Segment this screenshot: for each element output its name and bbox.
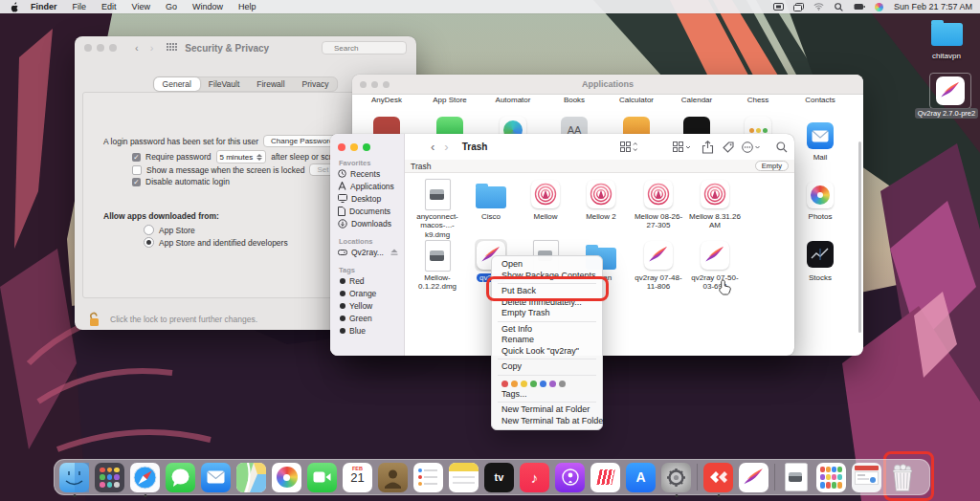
search-input[interactable] xyxy=(322,41,407,54)
forward-icon[interactable]: › xyxy=(444,140,448,154)
forward-icon[interactable]: › xyxy=(150,42,154,54)
dock-mail-icon[interactable] xyxy=(201,463,231,492)
desktop-icon-chitavpn-label[interactable]: chitavpn xyxy=(918,52,975,60)
back-icon[interactable]: ‹ xyxy=(135,42,139,54)
dock-podcasts-icon[interactable] xyxy=(555,463,585,492)
unlocked-padlock-icon[interactable] xyxy=(88,312,100,327)
tag-red[interactable] xyxy=(501,381,508,387)
file-mellow[interactable]: Mellow xyxy=(518,178,573,221)
sidebar-tag-red[interactable]: Red xyxy=(330,274,404,287)
menu-item-rename[interactable]: Rename xyxy=(492,335,602,346)
disable-auto-login-checkbox[interactable]: ✓ xyxy=(132,178,141,186)
icon-view-sort-icon[interactable] xyxy=(620,142,637,153)
menu-help[interactable]: Help xyxy=(231,2,264,11)
desktop-icon-qv2ray-label[interactable]: Qv2ray 2.7.0-pre2 xyxy=(915,108,978,119)
dock-photos-icon[interactable] xyxy=(272,463,301,492)
menu-file[interactable]: File xyxy=(65,2,95,11)
tab-general[interactable]: General xyxy=(154,77,200,91)
tag-gray[interactable] xyxy=(559,381,566,387)
dock-anydesk-icon[interactable] xyxy=(703,463,733,492)
file-mellow-am[interactable]: Mellow 8.31.26 AM xyxy=(687,178,743,230)
zoom-button[interactable] xyxy=(109,44,117,52)
sidebar-item-desktop[interactable]: Desktop xyxy=(330,192,404,205)
tab-privacy[interactable]: Privacy xyxy=(294,77,338,91)
screen-mirroring-icon[interactable] xyxy=(793,2,805,11)
file-mellow-dmg[interactable]: Mellow-0.1.22.dmg xyxy=(410,239,465,292)
app-label[interactable]: AnyDesk xyxy=(357,96,416,104)
close-button[interactable] xyxy=(84,44,92,52)
dock-disk-image-file-icon[interactable] xyxy=(781,463,811,492)
menu-item-new-terminal-tab[interactable]: New Terminal Tab at Folder xyxy=(492,416,602,427)
app-label[interactable]: Photos xyxy=(791,212,850,221)
share-icon[interactable] xyxy=(702,141,714,154)
tag-green[interactable] xyxy=(530,381,537,387)
dock-applications-stack-icon[interactable] xyxy=(816,463,846,492)
tag-yellow[interactable] xyxy=(521,381,527,387)
back-icon[interactable]: ‹ xyxy=(431,140,434,154)
tag-orange[interactable] xyxy=(511,381,518,387)
dock-reminders-icon[interactable] xyxy=(413,463,443,492)
desktop-icon-qv2ray[interactable] xyxy=(929,73,971,109)
file-cisco-folder[interactable]: Cisco xyxy=(463,178,519,221)
sidebar-tag-yellow[interactable]: Yellow xyxy=(330,299,404,312)
file-anyconnect[interactable]: anyconnect-macos-...-k9.dmg xyxy=(410,178,465,239)
dock-tv-icon[interactable]: tv xyxy=(484,463,514,492)
dock-trash-icon[interactable] xyxy=(887,463,917,492)
stocks-app-icon[interactable] xyxy=(807,241,834,268)
app-label[interactable]: Stocks xyxy=(791,273,850,282)
menu-go[interactable]: Go xyxy=(158,2,185,11)
dock-safari-icon[interactable] xyxy=(130,463,160,492)
app-label[interactable]: Contacts xyxy=(791,96,850,104)
show-all-grid-icon[interactable] xyxy=(167,43,177,54)
sidebar-item-qv2ray-volume[interactable]: Qv2ray... xyxy=(330,246,404,258)
minimize-button[interactable] xyxy=(350,143,358,151)
dock-facetime-icon[interactable] xyxy=(307,463,337,492)
file-qv2ray-0748[interactable]: qv2ray 07-48-11-806 xyxy=(631,239,686,292)
show-message-checkbox[interactable] xyxy=(132,165,142,175)
desktop-icon-chitavpn[interactable] xyxy=(931,23,963,46)
close-button[interactable] xyxy=(338,143,345,151)
menu-window[interactable]: Window xyxy=(185,2,231,11)
dock-maps-icon[interactable] xyxy=(236,463,266,492)
menu-view[interactable]: View xyxy=(124,2,158,11)
sidebar-item-downloads[interactable]: Downloads xyxy=(330,217,404,229)
zoom-button[interactable] xyxy=(363,143,370,151)
battery-icon[interactable] xyxy=(854,2,865,11)
app-label[interactable]: Chess xyxy=(728,96,788,104)
file-mellow-timestamp[interactable]: Mellow 08-26-27-305 xyxy=(631,178,686,230)
more-actions-icon[interactable] xyxy=(742,142,761,153)
menu-item-open[interactable]: Open xyxy=(492,259,602,271)
sidebar-item-documents[interactable]: Documents xyxy=(330,205,404,217)
dock-appstore-icon[interactable]: A xyxy=(626,463,656,492)
apple-menu-icon[interactable] xyxy=(10,2,19,12)
dock-news-icon[interactable] xyxy=(590,463,620,492)
file-mellow-2[interactable]: Mellow 2 xyxy=(573,178,629,221)
app-store-radio[interactable] xyxy=(144,225,154,235)
app-label[interactable]: Calculator xyxy=(607,96,666,104)
file-qv2ray-0750[interactable]: qv2ray 07-50-03-692 xyxy=(687,239,743,292)
tag-purple[interactable] xyxy=(549,381,556,387)
dock-notes-icon[interactable] xyxy=(449,463,479,492)
search-icon[interactable] xyxy=(776,142,788,153)
dock-system-preferences-icon[interactable] xyxy=(661,463,691,492)
tag-blue[interactable] xyxy=(540,381,546,387)
require-password-select[interactable]: 5 minutes xyxy=(216,150,267,163)
dock-launchpad-icon[interactable] xyxy=(95,463,124,492)
vertical-scrollbar[interactable] xyxy=(858,142,861,333)
app-label[interactable]: Automator xyxy=(483,96,543,104)
menu-edit[interactable]: Edit xyxy=(94,2,124,11)
sidebar-tag-green[interactable]: Green xyxy=(330,312,404,324)
menu-item-copy[interactable]: Copy xyxy=(492,361,602,373)
empty-trash-button[interactable]: Empty xyxy=(755,161,789,171)
group-view-icon[interactable] xyxy=(673,142,692,153)
menu-item-empty-trash[interactable]: Empty Trash xyxy=(492,308,602,319)
mail-app-icon[interactable] xyxy=(807,122,834,149)
app-label[interactable]: App Store xyxy=(420,96,479,104)
identified-developers-radio[interactable] xyxy=(144,237,154,248)
menu-item-quick-look[interactable]: Quick Look "qv2ray" xyxy=(492,346,602,358)
dock-downloads-stack-icon[interactable] xyxy=(852,463,881,492)
tab-firewall[interactable]: Firewall xyxy=(248,77,293,91)
input-source-icon[interactable] xyxy=(773,2,785,11)
dock-finder-icon[interactable] xyxy=(59,463,89,492)
dock-messages-icon[interactable] xyxy=(166,463,195,492)
